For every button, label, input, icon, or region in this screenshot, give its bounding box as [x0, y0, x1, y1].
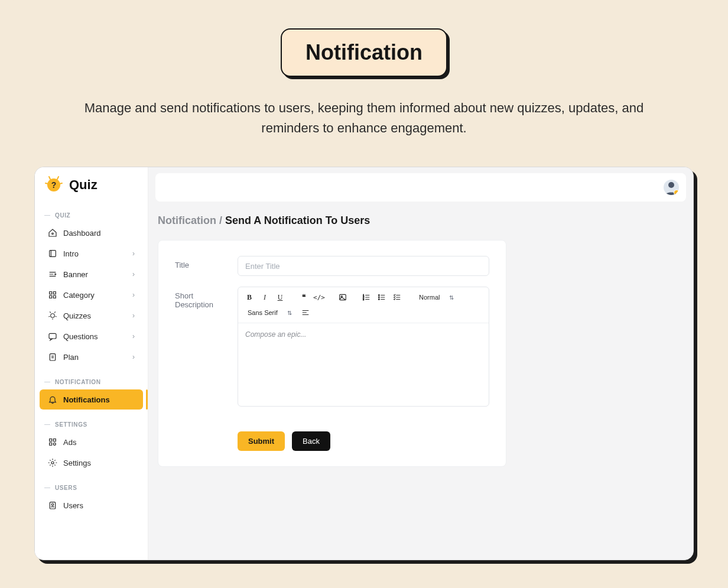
chevron-right-icon: ›: [132, 249, 135, 258]
sidebar-item-dashboard[interactable]: Dashboard: [40, 223, 143, 243]
breadcrumb: Notification / Send A Notification To Us…: [158, 215, 684, 227]
editor-toolbar: B I U ❝ </> 123: [238, 287, 489, 323]
chevron-right-icon: ›: [132, 353, 135, 361]
intro-icon: [48, 249, 57, 258]
svg-point-9: [51, 314, 55, 318]
sidebar-item-label: Users: [63, 501, 83, 510]
question-icon: [48, 332, 57, 341]
svg-text:?: ?: [51, 180, 57, 190]
home-icon: [48, 228, 57, 238]
banner-icon: [48, 269, 57, 279]
bold-button[interactable]: B: [243, 291, 256, 304]
topbar: [155, 173, 686, 202]
svg-point-25: [378, 295, 379, 296]
svg-point-18: [51, 503, 53, 505]
submit-button[interactable]: Submit: [238, 431, 285, 451]
title-input[interactable]: [238, 256, 489, 276]
svg-rect-13: [53, 439, 56, 441]
sidebar-item-label: Banner: [63, 270, 88, 279]
app-window: ? Quiz QUIZ Dashboard Intro › Ba: [34, 167, 694, 560]
code-button[interactable]: </>: [313, 291, 326, 304]
category-icon: [48, 290, 57, 300]
page-title-badge: Notification: [281, 28, 447, 77]
brand-logo-icon: ?: [44, 176, 63, 194]
sidebar-item-plan[interactable]: Plan ›: [40, 347, 143, 367]
sidebar-item-notifications[interactable]: Notifications: [40, 389, 143, 410]
svg-rect-8: [53, 296, 56, 298]
chevron-right-icon: ›: [132, 291, 135, 299]
notification-form-card: Title Short Description B I U ❝: [158, 240, 506, 467]
sidebar-item-label: Plan: [63, 353, 79, 362]
rich-text-editor: B I U ❝ </> 123: [238, 287, 489, 407]
chevron-right-icon: ›: [132, 270, 135, 278]
brand-row: ? Quiz: [35, 176, 148, 200]
gear-icon: [48, 458, 57, 467]
font-select[interactable]: Sans Serif⇅: [243, 307, 297, 319]
nav-section-quiz: QUIZ: [35, 209, 148, 222]
sidebar-item-label: Dashboard: [63, 229, 101, 238]
sidebar-item-label: Ads: [63, 438, 76, 447]
nav-section-users: USERS: [35, 481, 148, 495]
underline-button[interactable]: U: [274, 291, 287, 304]
sidebar: ? Quiz QUIZ Dashboard Intro › Ba: [35, 167, 148, 560]
nav-section-notification: NOTIFICATION: [35, 375, 148, 389]
sidebar-item-banner[interactable]: Banner ›: [40, 264, 143, 284]
chevron-right-icon: ›: [132, 332, 135, 340]
brand-name: Quiz: [69, 177, 98, 193]
image-button[interactable]: [336, 291, 349, 304]
sidebar-item-quizzes[interactable]: Quizzes ›: [40, 306, 143, 326]
svg-rect-6: [53, 292, 56, 294]
checklist-button[interactable]: [391, 291, 404, 304]
plan-icon: [48, 352, 57, 362]
bullet-list-button[interactable]: [375, 291, 388, 304]
ads-icon: [48, 437, 57, 447]
svg-rect-7: [50, 296, 52, 298]
align-button[interactable]: [299, 306, 312, 319]
sidebar-item-label: Questions: [63, 332, 98, 341]
sidebar-item-ads[interactable]: Ads: [40, 432, 143, 452]
avatar[interactable]: [664, 180, 679, 195]
ordered-list-button[interactable]: 123: [360, 291, 373, 304]
sidebar-item-intro[interactable]: Intro ›: [40, 243, 143, 264]
page-description: Manage and send notifications to users, …: [83, 98, 645, 138]
chevron-right-icon: ›: [132, 311, 135, 320]
svg-point-2: [52, 233, 54, 235]
svg-rect-12: [50, 439, 52, 441]
svg-rect-3: [50, 251, 56, 257]
breadcrumb-current: Send A Notification To Users: [225, 215, 370, 226]
sidebar-item-label: Quizzes: [63, 311, 91, 320]
description-label: Short Description: [175, 287, 228, 309]
sidebar-item-questions[interactable]: Questions ›: [40, 326, 143, 346]
sidebar-item-label: Category: [63, 291, 95, 300]
svg-rect-14: [50, 443, 52, 446]
svg-point-16: [51, 462, 54, 464]
sidebar-item-category[interactable]: Category ›: [40, 285, 143, 305]
svg-rect-10: [49, 334, 56, 339]
svg-rect-11: [50, 354, 55, 360]
bell-icon: [48, 395, 57, 404]
svg-rect-5: [50, 292, 52, 294]
svg-text:3: 3: [363, 298, 364, 301]
quiz-icon: [48, 311, 57, 320]
user-icon: [48, 501, 57, 510]
italic-button[interactable]: I: [258, 291, 271, 304]
editor-textarea[interactable]: Compose an epic...: [238, 323, 489, 406]
svg-point-4: [55, 274, 56, 275]
back-button[interactable]: Back: [292, 431, 330, 451]
title-label: Title: [175, 256, 228, 269]
svg-point-26: [378, 297, 379, 298]
svg-point-19: [668, 182, 674, 188]
quote-button[interactable]: ❝: [297, 291, 310, 304]
nav-section-settings: SETTINGS: [35, 418, 148, 431]
sidebar-item-label: Notifications: [63, 395, 110, 404]
sidebar-item-users[interactable]: Users: [40, 495, 143, 515]
sidebar-item-settings[interactable]: Settings: [40, 453, 143, 473]
sidebar-item-label: Intro: [63, 249, 79, 258]
heading-select[interactable]: Normal⇅: [414, 291, 459, 303]
svg-point-27: [378, 299, 379, 300]
sidebar-item-label: Settings: [63, 459, 91, 467]
svg-point-15: [53, 443, 56, 446]
breadcrumb-parent[interactable]: Notification: [158, 215, 216, 226]
